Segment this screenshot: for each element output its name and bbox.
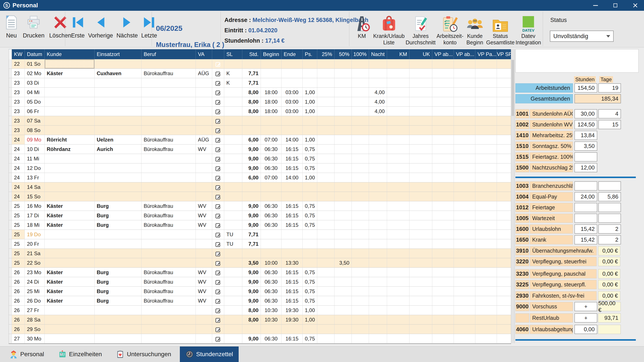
edit-day-icon[interactable] [212, 116, 224, 126]
cell-uk[interactable] [410, 324, 432, 334]
cell-p100[interactable] [352, 315, 369, 324]
cell-datum[interactable]: 11 Mi [25, 154, 44, 164]
cell-std[interactable]: 9,00 [242, 268, 261, 277]
cell-vpab1[interactable] [432, 324, 454, 334]
toolbar-button-l-schen[interactable]: Löschen [49, 11, 71, 39]
cell-einsatzort[interactable]: Burg [94, 277, 142, 287]
cell-ende[interactable]: 16:15 [282, 154, 302, 164]
cell-vpsp[interactable] [497, 192, 511, 201]
cell-km[interactable] [387, 268, 410, 277]
tab-einzelheiten[interactable]: Einzelheiten [53, 346, 108, 362]
cell-vppa[interactable] [475, 324, 497, 334]
cell-einsatzort[interactable] [94, 239, 142, 249]
cell-kw[interactable]: 24 [12, 192, 25, 201]
cell-vpsp[interactable] [497, 182, 511, 192]
cell-vpsp[interactable] [497, 324, 511, 334]
cell-beginn[interactable]: 06:30 [261, 144, 282, 154]
cell-p100[interactable] [352, 296, 369, 306]
cell-p50[interactable] [334, 306, 352, 315]
edit-day-icon[interactable] [212, 88, 224, 97]
cell-vpsp[interactable] [497, 315, 511, 324]
cell-beruf[interactable] [142, 59, 196, 69]
cell-km[interactable] [387, 182, 410, 192]
cell-ende[interactable] [282, 59, 302, 69]
cell-kw[interactable]: 26 [12, 277, 25, 287]
cell-ps[interactable]: 0,75 [302, 220, 317, 230]
cell-ps[interactable]: 0,75 [302, 211, 317, 220]
cell-p50[interactable] [334, 268, 352, 277]
cell-std[interactable]: 6,00 [242, 135, 261, 144]
cell-va[interactable]: WV [196, 220, 212, 230]
cell-ps[interactable] [302, 59, 317, 69]
cell-ende[interactable]: 16:15 [282, 268, 302, 277]
cell-vppa[interactable] [475, 315, 497, 324]
cell-datum[interactable]: 01 So [25, 59, 44, 69]
close-button[interactable] [630, 1, 640, 10]
cell-einsatzort[interactable] [94, 106, 142, 116]
cell-p100[interactable] [352, 88, 369, 97]
cell-sl[interactable] [224, 287, 242, 296]
cell-beginn[interactable] [261, 182, 282, 192]
cell-ps[interactable] [302, 249, 317, 258]
arbeitsstunden-stunden-field[interactable]: 154,50 [574, 83, 597, 92]
cell-beruf[interactable]: Bürokauffrau [142, 277, 196, 287]
cell-p100[interactable] [352, 230, 369, 239]
cell-p100[interactable] [352, 258, 369, 268]
cell-std[interactable] [242, 182, 261, 192]
cell-nacht[interactable]: 4,00 [369, 97, 387, 106]
cell-p50[interactable] [334, 144, 352, 154]
cell-sl[interactable] [224, 154, 242, 164]
cell-ps[interactable]: 1,00 [302, 306, 317, 315]
cell-kw[interactable]: 26 [12, 306, 25, 315]
cell-beruf[interactable] [142, 116, 196, 126]
stunden-field[interactable]: 15,42 [574, 224, 597, 234]
cell-beginn[interactable]: 07:00 [261, 135, 282, 144]
cell-vpsp[interactable] [497, 164, 511, 173]
cell-vpab2[interactable] [454, 69, 475, 78]
cell-vpab2[interactable] [454, 154, 475, 164]
cell-std[interactable]: 9,00 [242, 201, 261, 211]
cell-km[interactable] [387, 211, 410, 220]
cell-sl[interactable] [224, 126, 242, 135]
cell-va[interactable]: WV [196, 144, 212, 154]
cell-p25[interactable] [317, 173, 334, 182]
cell-vpab2[interactable] [454, 192, 475, 201]
edit-day-icon[interactable] [212, 201, 224, 211]
cell-beruf[interactable] [142, 97, 196, 106]
cell-beruf[interactable]: Bürokauffrau [142, 135, 196, 144]
cell-vpab1[interactable] [432, 239, 454, 249]
cell-beruf[interactable]: Bürokauffrau [142, 220, 196, 230]
stunden-field[interactable]: 24,00 [574, 192, 597, 201]
cell-ende[interactable]: 16:15 [282, 220, 302, 230]
cell-kw[interactable]: 25 [12, 239, 25, 249]
cell-va[interactable]: AÜG [196, 69, 212, 78]
cell-std[interactable] [242, 249, 261, 258]
edit-day-icon[interactable] [212, 249, 224, 258]
cell-beginn[interactable] [261, 59, 282, 69]
amount-field[interactable]: 0,00 € [598, 291, 620, 300]
cell-sl[interactable] [224, 324, 242, 334]
cell-beruf[interactable] [142, 154, 196, 164]
cell-vppa[interactable] [475, 192, 497, 201]
cell-kunde[interactable]: Käster [44, 220, 94, 230]
cell-sl[interactable] [224, 182, 242, 192]
cell-nacht[interactable] [369, 211, 387, 220]
cell-kunde[interactable]: Käster [44, 296, 94, 306]
toolbar-button-neu[interactable]: Neu [5, 11, 18, 39]
cell-ende[interactable] [282, 126, 302, 135]
cell-km[interactable] [387, 126, 410, 135]
cell-kw[interactable]: 26 [12, 268, 25, 277]
cell-vpab2[interactable] [454, 220, 475, 230]
cell-va[interactable] [196, 315, 212, 324]
cell-kw[interactable]: 25 [12, 258, 25, 268]
cell-vpsp[interactable] [497, 287, 511, 296]
cell-km[interactable] [387, 324, 410, 334]
grid-scrollbar[interactable] [511, 49, 515, 343]
cell-datum[interactable]: 25 Mi [25, 287, 44, 296]
cell-beginn[interactable]: 06:30 [261, 334, 282, 344]
cell-kunde[interactable]: Käster [44, 211, 94, 220]
cell-sl[interactable] [224, 306, 242, 315]
cell-vpsp[interactable] [497, 296, 511, 306]
cell-p25[interactable] [317, 116, 334, 126]
cell-vpab1[interactable] [432, 315, 454, 324]
